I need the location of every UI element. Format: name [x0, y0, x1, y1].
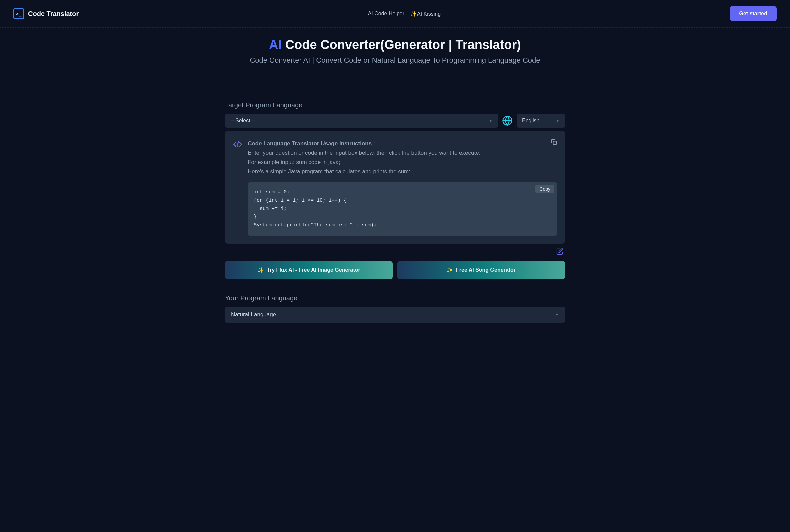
page-subtitle: Code Converter AI | Convert Code or Natu… [225, 56, 565, 65]
instructions-header: Code Language Translator Usage instructi… [233, 139, 557, 236]
sparkle-icon: ✨ [257, 267, 264, 273]
instructions-title: Code Language Translator Usage instructi… [248, 140, 372, 147]
promo-row: ✨ Try Flux AI - Free AI Image Generator … [225, 261, 565, 279]
main-content: AI Code Converter(Generator | Translator… [212, 28, 578, 329]
song-generator-button[interactable]: ✨ Free AI Song Generator [397, 261, 565, 279]
sparkle-icon: ✨ [410, 11, 417, 17]
code-icon [233, 140, 242, 149]
header: >_ Code Translator AI Code Helper ✨AI Ki… [0, 0, 790, 28]
logo-text: Code Translator [28, 10, 79, 18]
logo-section[interactable]: >_ Code Translator [13, 8, 79, 19]
your-language-label: Your Program Language [225, 294, 565, 302]
instructions-line3: Here's a simple Java program that calcul… [248, 168, 410, 175]
chevron-down-icon: ▼ [489, 118, 493, 123]
instructions-line2: For example input: sum code in java; [248, 159, 340, 165]
edit-icon-row [225, 248, 565, 255]
target-language-section: Target Program Language -- Select -- ▼ E… [225, 101, 565, 128]
select-row: -- Select -- ▼ English ▼ [225, 114, 565, 128]
your-language-section: Your Program Language Natural Language ▼ [225, 294, 565, 323]
instructions-colon: : [372, 140, 375, 147]
title-ai-prefix: AI [269, 38, 282, 52]
nav-ai-kissing[interactable]: ✨AI Kissing [410, 11, 441, 17]
svg-line-3 [237, 141, 239, 148]
sparkle-icon: ✨ [447, 267, 453, 273]
terminal-icon: >_ [13, 8, 24, 19]
chevron-down-icon: ▼ [555, 312, 559, 317]
globe-icon [502, 115, 513, 126]
copy-code-button[interactable]: Copy [535, 185, 554, 193]
target-language-label: Target Program Language [225, 101, 565, 109]
code-example: Copyint sum = 0; for (int i = 1; i <= 10… [248, 182, 557, 236]
output-language-value: English [522, 118, 539, 124]
your-language-select[interactable]: Natural Language ▼ [225, 307, 565, 323]
svg-rect-2 [553, 141, 557, 145]
instructions-box: Code Language Translator Usage instructi… [225, 131, 565, 244]
chevron-down-icon: ▼ [556, 118, 560, 123]
title-rest: Code Converter(Generator | Translator) [282, 38, 521, 52]
page-title: AI Code Converter(Generator | Translator… [225, 38, 565, 52]
your-language-value: Natural Language [231, 311, 276, 318]
nav-links: AI Code Helper ✨AI Kissing [368, 11, 441, 17]
edit-icon[interactable] [556, 248, 564, 255]
instructions-content: Code Language Translator Usage instructi… [248, 139, 557, 236]
instructions-line1: Enter your question or code in the input… [248, 150, 480, 156]
nav-ai-kissing-label: AI Kissing [417, 11, 441, 17]
code-text: int sum = 0; for (int i = 1; i <= 10; i+… [254, 189, 377, 228]
flux-ai-button[interactable]: ✨ Try Flux AI - Free AI Image Generator [225, 261, 393, 279]
song-generator-label: Free AI Song Generator [456, 267, 516, 273]
target-language-select[interactable]: -- Select -- ▼ [225, 114, 498, 128]
flux-ai-label: Try Flux AI - Free AI Image Generator [267, 267, 360, 273]
output-language-select[interactable]: English ▼ [517, 114, 565, 128]
nav-ai-code-helper[interactable]: AI Code Helper [368, 11, 404, 17]
get-started-button[interactable]: Get started [730, 6, 777, 21]
target-language-value: -- Select -- [230, 118, 255, 124]
copy-icon[interactable] [551, 139, 557, 145]
